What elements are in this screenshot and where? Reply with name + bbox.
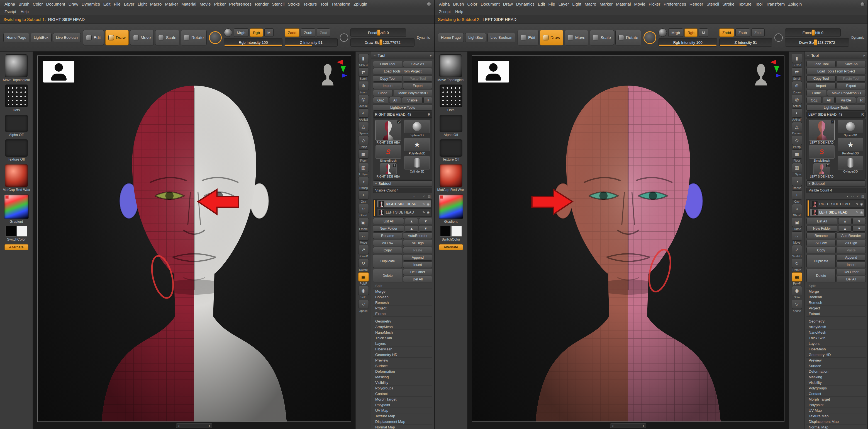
menu-item[interactable]: Zplugin <box>786 2 803 6</box>
append-button[interactable]: Append <box>837 254 866 261</box>
rgb-button[interactable]: Rgb <box>250 28 263 37</box>
subpalette-item[interactable]: Polypaint <box>806 402 866 408</box>
alpha-thumbnail[interactable] <box>440 115 462 132</box>
del-all-button[interactable]: Del All <box>837 276 866 282</box>
secondary-color-swatch[interactable] <box>17 226 27 237</box>
live-boolean-button[interactable]: Live Boolean <box>53 33 81 42</box>
clone-button[interactable]: Clone <box>806 90 826 96</box>
load-tool-button[interactable]: Load Tool <box>806 61 836 67</box>
export-button[interactable]: Export <box>403 83 432 89</box>
menu-item[interactable]: Color <box>466 2 479 6</box>
m-button[interactable]: M <box>699 28 708 37</box>
focal-shift-handle[interactable] <box>812 30 815 36</box>
zadd-button[interactable]: Zadd <box>719 28 734 37</box>
autoreorder-button[interactable]: AutoReorder <box>837 232 866 239</box>
shelf-tool[interactable]: ▦ Floor <box>792 149 802 162</box>
subpalette-item[interactable]: Thick Skin <box>373 335 432 341</box>
subtool-section-header[interactable]: ▾ Subtool <box>373 180 432 187</box>
visible-count-slider[interactable]: Visible Count 4 <box>806 188 866 193</box>
subpalette-item[interactable]: Morph Target <box>373 397 432 402</box>
folder-down-button[interactable]: ▼ <box>419 225 432 232</box>
shelf-tool[interactable]: ⇄ Scroll <box>792 67 802 80</box>
subtool-down-button[interactable]: ▼ <box>852 218 866 224</box>
rgb-button[interactable]: Rgb <box>684 28 698 37</box>
subpalette-item[interactable]: Masking <box>373 374 432 380</box>
subpalette-item[interactable]: Deformation <box>373 369 432 374</box>
shelf-tool[interactable]: △ Dynam <box>792 122 802 135</box>
tool-palette-header[interactable]: ≡ Tool ▸ <box>805 52 867 59</box>
new-folder-button[interactable]: New Folder <box>806 225 837 232</box>
subpalette-item[interactable]: Polygroups <box>373 385 432 391</box>
menu-item[interactable]: Texture <box>736 2 753 6</box>
draw-size-handle[interactable] <box>814 39 817 46</box>
copy-subtool-button[interactable]: Copy <box>373 247 402 253</box>
draw-button[interactable]: Draw <box>540 30 563 46</box>
rename-button[interactable]: Rename <box>373 232 402 239</box>
subtool-op-item[interactable]: Boolean <box>373 294 432 300</box>
save-as-button[interactable]: Save As <box>403 61 432 67</box>
scroll-left-icon[interactable]: ◂ <box>612 424 613 428</box>
subpalette-item[interactable]: NanoMesh <box>806 330 866 335</box>
rename-button[interactable]: Rename <box>806 232 836 239</box>
folder-down-button[interactable]: ▼ <box>852 225 866 232</box>
menu-item[interactable]: Tool <box>753 2 764 6</box>
subpalette-item[interactable]: ArrayMesh <box>806 324 866 330</box>
zcut-button[interactable]: Zcut <box>751 28 765 37</box>
menu-item[interactable]: File <box>112 2 122 6</box>
copy-tool-button[interactable]: Copy Tool <box>806 75 836 82</box>
shelf-tool[interactable]: + Qxy <box>358 191 369 203</box>
menu-item[interactable]: Light <box>570 2 583 6</box>
save-as-button[interactable]: Save As <box>837 61 866 67</box>
subtool-strip-icon[interactable]: ✓ <box>423 195 425 198</box>
all-high-button[interactable]: All High <box>837 240 866 246</box>
m-button[interactable]: M <box>265 28 274 37</box>
tool-thumb-sphere3d[interactable]: Sphere3D <box>404 120 430 137</box>
subpalette-item[interactable]: Normal Map <box>373 425 432 429</box>
material-sphere-icon[interactable] <box>224 28 232 37</box>
scale-button[interactable]: Scale <box>155 30 179 46</box>
subpalette-item[interactable]: Polypaint <box>373 402 432 408</box>
all-high-button[interactable]: All High <box>403 240 432 246</box>
menu-item[interactable]: Alpha <box>437 2 451 6</box>
main-color-swatch[interactable] <box>440 226 451 237</box>
focal-shift-slider[interactable]: Focal Shift 0 <box>350 28 406 37</box>
palette-fold-icon[interactable]: ▸ <box>430 54 432 57</box>
rotate-button[interactable]: Rotate <box>181 30 207 46</box>
menu-item[interactable]: Material <box>180 2 198 6</box>
focal-shift-handle[interactable] <box>377 30 380 36</box>
subpalette-item[interactable]: Geometry HD <box>373 352 432 358</box>
tool-r-button[interactable]: R <box>428 113 430 116</box>
document-area[interactable] <box>37 55 351 422</box>
lightbox-button[interactable]: LightBox <box>31 33 52 42</box>
menu-item[interactable]: Stroke <box>721 2 736 6</box>
subtool-op-item[interactable]: Split <box>373 283 432 289</box>
subtool-down-button[interactable]: ▼ <box>419 218 432 224</box>
lightbox-tools-button[interactable]: Lightbox►Tools <box>806 104 866 111</box>
palette-menu-icon[interactable]: ≡ <box>374 53 376 57</box>
goz-button[interactable]: GoZ <box>373 97 388 104</box>
subtool-op-item[interactable]: Merge <box>806 289 866 294</box>
import-button[interactable]: Import <box>373 83 402 89</box>
z-intensity-slider[interactable]: Z Intensity 51 <box>719 38 772 47</box>
subpalette-item[interactable]: Surface <box>806 363 866 369</box>
lightbox-tools-button[interactable]: Lightbox►Tools <box>373 104 432 111</box>
subpalette-item[interactable]: FiberMesh <box>373 346 432 352</box>
zsub-button[interactable]: Zsub <box>301 28 315 37</box>
focal-knob-icon[interactable] <box>774 33 783 42</box>
subpalette-item[interactable]: Layers <box>806 341 866 346</box>
subpalette-item[interactable]: Visibility <box>806 380 866 385</box>
subtool-op-item[interactable]: Remesh <box>373 300 432 306</box>
menu-item[interactable]: Marker <box>163 2 180 6</box>
switch-color[interactable] <box>6 226 27 237</box>
subpalette-item[interactable]: Polygroups <box>806 385 866 391</box>
menu-item[interactable]: Layer <box>122 2 136 6</box>
edit-button[interactable]: Edit <box>83 30 104 46</box>
shelf-tool[interactable]: ↻ Rotate <box>358 259 369 271</box>
switch-color[interactable] <box>440 226 462 237</box>
menu-item[interactable]: Tool <box>319 2 330 6</box>
subpalette-item[interactable]: Surface <box>373 363 432 369</box>
subpalette-item[interactable]: Displacement Map <box>806 419 866 425</box>
canvas-scrollbar[interactable]: ◂ ▸ <box>176 423 212 428</box>
menu-item[interactable]: Preferences <box>227 2 253 6</box>
subpalette-item[interactable]: Normal Map <box>806 425 866 429</box>
